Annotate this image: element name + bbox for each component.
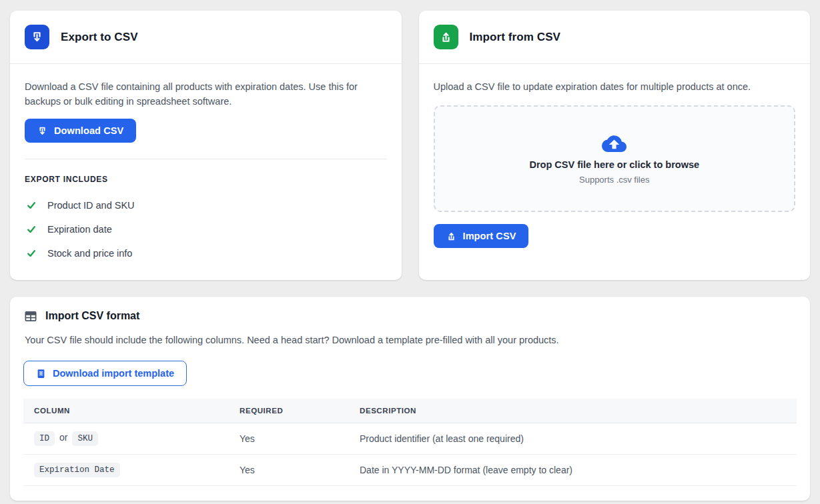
description-header: DESCRIPTION	[349, 399, 797, 423]
chip-separator: or	[59, 432, 67, 443]
check-icon	[27, 225, 36, 234]
required-cell: Yes	[229, 423, 349, 455]
column-cell: Expiration Date	[23, 455, 229, 486]
table-icon	[25, 311, 37, 322]
download-icon	[37, 126, 47, 136]
page: Export to CSV Download a CSV file contai…	[0, 0, 820, 504]
format-card-title: Import CSV format	[45, 310, 139, 322]
download-csv-button-label: Download CSV	[54, 125, 123, 136]
import-card-header: Import from CSV	[419, 11, 811, 64]
spreadsheet-file-icon	[36, 369, 46, 379]
include-item-label: Expiration date	[47, 224, 112, 235]
cloud-upload-icon	[602, 133, 627, 152]
import-card: Import from CSV Upload a CSV file to upd…	[419, 11, 811, 280]
import-card-title: Import from CSV	[470, 31, 561, 44]
code-chip: SKU	[72, 431, 98, 446]
download-csv-button[interactable]: Download CSV	[25, 119, 136, 143]
table-row: IDorSKU Yes Product identifier (at least…	[23, 423, 797, 455]
export-card-header: Export to CSV	[10, 11, 402, 64]
import-button-row: Import CSV	[434, 224, 796, 248]
column-cell: IDorSKU	[23, 423, 229, 455]
check-icon	[27, 249, 36, 258]
required-header: REQUIRED	[229, 399, 349, 423]
list-item: Expiration date	[25, 219, 387, 240]
export-card: Export to CSV Download a CSV file contai…	[10, 11, 402, 280]
required-cell: Yes	[229, 455, 349, 486]
column-header: COLUMN	[23, 399, 229, 423]
export-divider	[25, 159, 387, 159]
import-upload-icon	[434, 25, 458, 49]
description-cell: Date in YYYY-MM-DD format (leave empty t…	[349, 455, 797, 486]
description-cell: Product identifier (at least one require…	[349, 423, 797, 455]
import-description: Upload a CSV file to update expiration d…	[434, 79, 796, 94]
csv-format-table: COLUMN REQUIRED DESCRIPTION IDorSKU Yes …	[23, 399, 797, 486]
format-description: Your CSV file should include the followi…	[23, 333, 797, 347]
import-csv-button-label: Import CSV	[463, 231, 516, 241]
table-header-row: COLUMN REQUIRED DESCRIPTION	[23, 399, 797, 423]
list-item: Product ID and SKU	[25, 195, 387, 216]
code-chip: ID	[34, 431, 55, 446]
upload-icon	[446, 231, 456, 241]
export-includes-heading: EXPORT INCLUDES	[25, 175, 387, 184]
import-csv-button[interactable]: Import CSV	[434, 224, 529, 248]
list-item: Stock and price info	[25, 243, 387, 264]
format-card: Import CSV format Your CSV file should i…	[10, 297, 810, 501]
code-chip: Expiration Date	[34, 463, 120, 477]
export-download-icon	[25, 25, 49, 49]
export-card-body: Download a CSV file containing all produ…	[10, 64, 402, 280]
format-card-header: Import CSV format	[23, 310, 797, 322]
export-description: Download a CSV file containing all produ…	[25, 79, 387, 109]
check-icon	[27, 201, 36, 210]
import-card-body: Upload a CSV file to update expiration d…	[419, 64, 811, 264]
include-item-label: Stock and price info	[47, 248, 132, 259]
include-item-label: Product ID and SKU	[47, 200, 135, 211]
dropzone-sub-text: Supports .csv files	[579, 175, 650, 185]
top-card-row: Export to CSV Download a CSV file contai…	[10, 11, 810, 280]
table-row: Expiration Date Yes Date in YYYY-MM-DD f…	[23, 455, 797, 486]
template-button-row: Download import template	[23, 361, 797, 386]
download-template-button[interactable]: Download import template	[23, 361, 187, 386]
download-template-button-label: Download import template	[53, 368, 174, 379]
dropzone-main-text: Drop CSV file here or click to browse	[529, 159, 699, 170]
csv-dropzone[interactable]: Drop CSV file here or click to browse Su…	[434, 105, 796, 212]
export-card-title: Export to CSV	[61, 31, 138, 44]
